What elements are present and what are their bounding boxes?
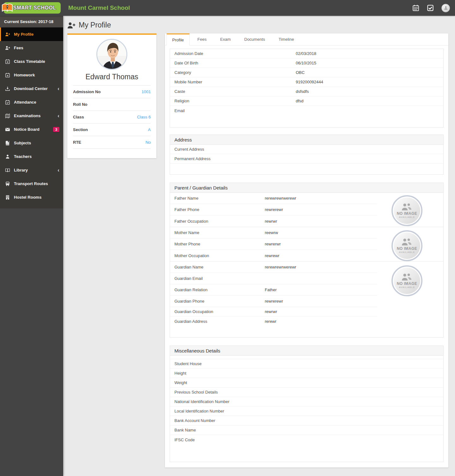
sidebar-item-download-center[interactable]: Download Center ‹ xyxy=(0,82,63,95)
section-heading: Address xyxy=(170,135,443,145)
tab-exam[interactable]: Exam xyxy=(215,33,236,45)
row-value: rewrewr xyxy=(265,253,279,258)
sidebar-item-notice-board[interactable]: Notice Board 3 xyxy=(0,123,63,136)
logo-badge: SMART SCHOOL xyxy=(4,2,61,14)
table-row: Guardian Addressrerewr xyxy=(170,316,377,326)
sidebar-item-label: My Profile xyxy=(14,32,59,37)
table-row: Mobile Number919200092444 xyxy=(170,77,443,87)
tab-timeline[interactable]: Timeline xyxy=(273,33,300,45)
tab-profile[interactable]: Profile xyxy=(167,33,190,45)
sidebar-item-label: Fees xyxy=(14,45,59,50)
sidebar-item-label: Examinations xyxy=(14,113,58,118)
table-row: Permanent Address xyxy=(170,154,443,164)
book-pen-icon xyxy=(1,3,13,15)
card-row-rte: RTE No xyxy=(73,136,151,149)
current-session-label: Current Session: 2017-18 xyxy=(0,16,63,27)
table-row: National Identification Number xyxy=(170,397,443,407)
table-row: Father Phonerewrerewr xyxy=(170,204,377,215)
row-value: rewrwr xyxy=(265,309,277,314)
sidebar-item-subjects[interactable]: Subjects xyxy=(0,136,63,150)
row-label: Mother Phone xyxy=(174,242,265,246)
row-value: rerewrewrwerewr xyxy=(265,196,296,201)
tab-fees[interactable]: Fees xyxy=(192,33,212,45)
notice-count-badge: 3 xyxy=(53,127,59,132)
row-label: National Identification Number xyxy=(174,399,296,404)
row-label: Category xyxy=(174,70,296,75)
sidebar-item-my-profile[interactable]: My Profile xyxy=(0,27,63,41)
sidebar-item-label: Class Timetable xyxy=(14,59,59,64)
table-row: Guardian Phonerewrerewr xyxy=(170,296,377,307)
row-label: Caste xyxy=(174,89,296,94)
row-value: rerewr xyxy=(265,319,276,324)
table-row: Date Of Birth06/10/2015 xyxy=(170,58,443,68)
sidebar-item-fees[interactable]: Fees xyxy=(0,41,63,55)
table-row: IFSC Code xyxy=(170,435,443,444)
row-label: Mobile Number xyxy=(174,80,296,84)
table-row: Guardian Email xyxy=(170,273,377,284)
app-logo[interactable]: SMART SCHOOL xyxy=(0,2,63,14)
bus-icon xyxy=(5,181,10,186)
school-name: Mount Carmel School xyxy=(68,4,412,11)
people-icon xyxy=(401,238,413,246)
row-value: 02/03/2018 xyxy=(296,51,316,56)
sidebar-item-hostel-rooms[interactable]: Hostel Rooms xyxy=(0,190,63,204)
calendar-check-icon xyxy=(5,100,10,105)
no-image-text: NO IMAGE xyxy=(397,281,417,286)
chevron-left-icon: ‹ xyxy=(58,167,59,173)
table-row: Student House xyxy=(170,359,443,369)
no-image-text: NO IMAGE xyxy=(397,246,417,251)
user-plus-icon xyxy=(67,22,76,29)
sidebar-item-class-timetable[interactable]: Class Timetable xyxy=(0,55,63,68)
field-value: A xyxy=(148,127,151,132)
no-image-text: NO IMAGE xyxy=(397,211,417,216)
sidebar-item-library[interactable]: Library ‹ xyxy=(0,163,63,177)
logo-text: SMART SCHOOL xyxy=(13,5,56,11)
field-label: Class xyxy=(73,115,84,119)
table-row: Current Address xyxy=(170,145,443,154)
book-icon xyxy=(5,141,10,146)
table-row: Email xyxy=(170,106,443,115)
top-header: SMART SCHOOL Mount Carmel School xyxy=(0,0,455,16)
row-label: Previous School Details xyxy=(174,390,296,395)
row-label: Date Of Birth xyxy=(174,61,296,65)
student-summary-card: Edward Thomas Admission No 1001 Roll No … xyxy=(67,33,156,158)
user-plus-icon xyxy=(5,32,10,37)
student-name: Edward Thomas xyxy=(67,73,156,81)
tab-documents[interactable]: Documents xyxy=(239,33,271,45)
sidebar-item-teachers[interactable]: Teachers xyxy=(0,150,63,163)
people-icon xyxy=(401,203,413,211)
map-icon xyxy=(5,113,10,118)
row-value: rewrwr xyxy=(265,219,277,224)
sidebar-item-examinations[interactable]: Examinations ‹ xyxy=(0,109,63,123)
misc-section: Miscellaneous Details Student House Heig… xyxy=(170,346,444,462)
calendar-icon[interactable] xyxy=(412,4,419,11)
field-label: Roll No xyxy=(73,102,88,107)
table-row: Previous School Details xyxy=(170,388,443,397)
sidebar-item-label: Teachers xyxy=(14,154,59,159)
sidebar-item-homework[interactable]: Homework xyxy=(0,68,63,82)
chevron-left-icon: ‹ xyxy=(58,86,59,91)
row-value: 06/10/2015 xyxy=(296,61,316,65)
table-row: Mother Namereewrw xyxy=(170,227,377,238)
sidebar-item-attendance[interactable]: Attendance xyxy=(0,95,63,109)
sidebar-item-transport-routes[interactable]: Transport Routes xyxy=(0,177,63,190)
table-row: Father Occupationrewrwr xyxy=(170,215,377,227)
row-label: Permanent Address xyxy=(174,156,296,161)
mother-photo-placeholder: NO IMAGE AVAILABLE xyxy=(391,230,422,261)
row-label: Guardian Relation xyxy=(174,287,265,292)
field-label: Section xyxy=(73,127,88,132)
field-value: No xyxy=(145,140,151,145)
sidebar-item-label: Transport Routes xyxy=(14,181,59,186)
tasks-check-icon[interactable] xyxy=(427,4,434,11)
field-label: Admission No xyxy=(73,89,100,94)
address-section: Address Current Address Permanent Addres… xyxy=(170,135,444,175)
sidebar-item-label: Attendance xyxy=(14,100,59,105)
row-value: Father xyxy=(265,287,277,292)
card-row-admission-no: Admission No 1001 xyxy=(73,86,151,98)
page-title-text: My Profile xyxy=(79,21,111,29)
sidebar: Current Session: 2017-18 My Profile Fees… xyxy=(0,16,63,476)
user-avatar[interactable] xyxy=(441,4,450,12)
table-row: Mother Phonerewrerwr xyxy=(170,238,377,250)
page-title: My Profile xyxy=(67,21,448,29)
row-label: Bank Name xyxy=(174,428,296,432)
